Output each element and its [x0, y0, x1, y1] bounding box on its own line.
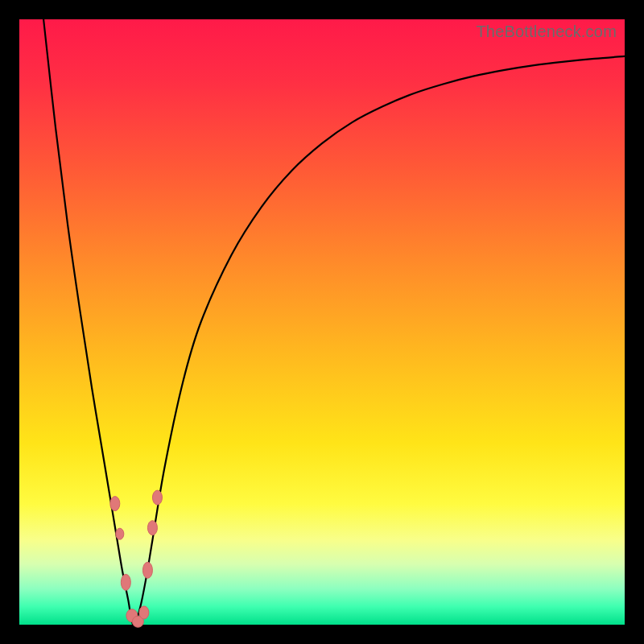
bottleneck-curve [43, 19, 625, 625]
watermark-text: TheBottleneck.com [476, 23, 617, 41]
data-markers [110, 490, 163, 627]
data-marker [116, 528, 124, 539]
data-marker [121, 574, 130, 590]
data-marker [139, 606, 149, 619]
chart-svg [19, 19, 625, 625]
data-marker [142, 562, 152, 578]
data-marker [147, 521, 157, 535]
chart-frame: TheBottleneck.com [19, 19, 625, 625]
data-marker [110, 497, 120, 511]
data-marker [152, 490, 162, 505]
